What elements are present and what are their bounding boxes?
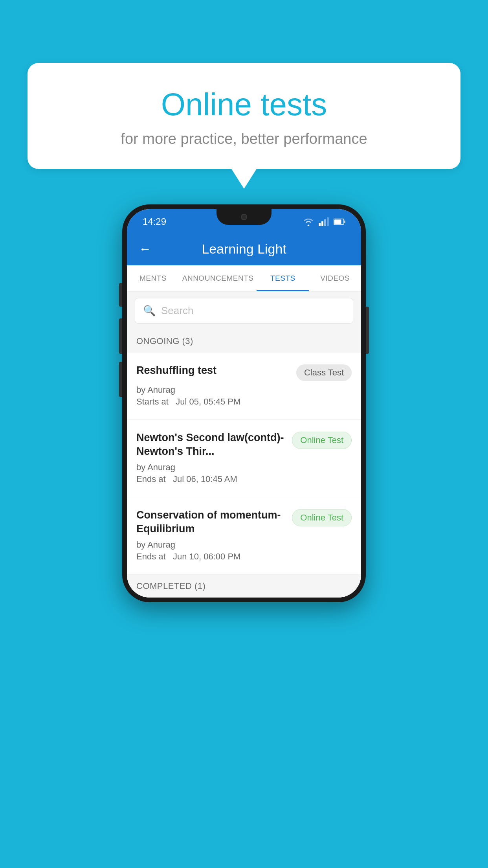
svg-rect-2: [324, 219, 326, 226]
svg-rect-3: [327, 217, 329, 226]
tab-tests[interactable]: TESTS: [257, 265, 309, 291]
app-bar: ← Learning Light: [127, 233, 361, 265]
phone-container: 14:29: [122, 204, 366, 602]
test-time: Ends at Jul 06, 10:45 AM: [136, 474, 352, 484]
status-time: 14:29: [143, 216, 166, 227]
tab-announcements[interactable]: ANNOUNCEMENTS: [179, 265, 257, 291]
search-placeholder: Search: [161, 305, 193, 317]
test-badge-online: Online Test: [292, 432, 352, 449]
test-title: Conservation of momentum-Equilibrium: [136, 508, 286, 536]
test-item[interactable]: Conservation of momentum-Equilibrium Onl…: [127, 497, 361, 575]
speech-bubble-container: Online tests for more practice, better p…: [28, 63, 460, 169]
test-by: by Anurag: [136, 540, 352, 550]
search-bar[interactable]: 🔍 Search: [135, 298, 353, 324]
speech-bubble: Online tests for more practice, better p…: [28, 63, 460, 169]
ongoing-section-header: ONGOING (3): [127, 330, 361, 353]
test-item[interactable]: Reshuffling test Class Test by Anurag St…: [127, 353, 361, 420]
test-item-header: Conservation of momentum-Equilibrium Onl…: [136, 508, 352, 536]
front-camera: [241, 214, 247, 220]
svg-rect-0: [319, 223, 321, 226]
tabs-container: MENTS ANNOUNCEMENTS TESTS VIDEOS: [127, 265, 361, 292]
test-by: by Anurag: [136, 462, 352, 473]
side-button-left-mid: [119, 318, 122, 354]
signal-icon: [319, 217, 329, 226]
app-bar-title: Learning Light: [161, 241, 327, 257]
test-item-header: Newton's Second law(contd)-Newton's Thir…: [136, 431, 352, 458]
test-item[interactable]: Newton's Second law(contd)-Newton's Thir…: [127, 420, 361, 497]
test-title: Newton's Second law(contd)-Newton's Thir…: [136, 431, 286, 458]
tab-videos[interactable]: VIDEOS: [309, 265, 361, 291]
test-badge-class: Class Test: [296, 364, 352, 381]
phone-screen: 14:29: [127, 209, 361, 598]
side-button-left-top: [119, 283, 122, 307]
svg-rect-1: [321, 221, 323, 226]
tab-ments[interactable]: MENTS: [127, 265, 179, 291]
bubble-title: Online tests: [51, 86, 437, 123]
test-time: Ends at Jun 10, 06:00 PM: [136, 552, 352, 562]
test-time: Starts at Jul 05, 05:45 PM: [136, 397, 352, 407]
wifi-icon: [303, 217, 314, 226]
phone-notch: [216, 209, 272, 225]
back-button[interactable]: ←: [139, 242, 151, 256]
test-title: Reshuffling test: [136, 364, 290, 377]
svg-rect-6: [344, 221, 345, 223]
phone-frame: 14:29: [122, 204, 366, 602]
svg-rect-5: [334, 220, 341, 224]
search-container: 🔍 Search: [127, 292, 361, 330]
test-badge-online: Online Test: [292, 509, 352, 526]
test-by: by Anurag: [136, 385, 352, 395]
side-button-left-bot: [119, 362, 122, 397]
battery-icon: [334, 218, 345, 225]
completed-section-header: COMPLETED (1): [127, 575, 361, 598]
status-icons: [303, 217, 345, 226]
search-icon: 🔍: [143, 305, 156, 317]
bubble-subtitle: for more practice, better performance: [51, 131, 437, 147]
test-item-header: Reshuffling test Class Test: [136, 364, 352, 381]
side-button-right: [366, 307, 369, 354]
